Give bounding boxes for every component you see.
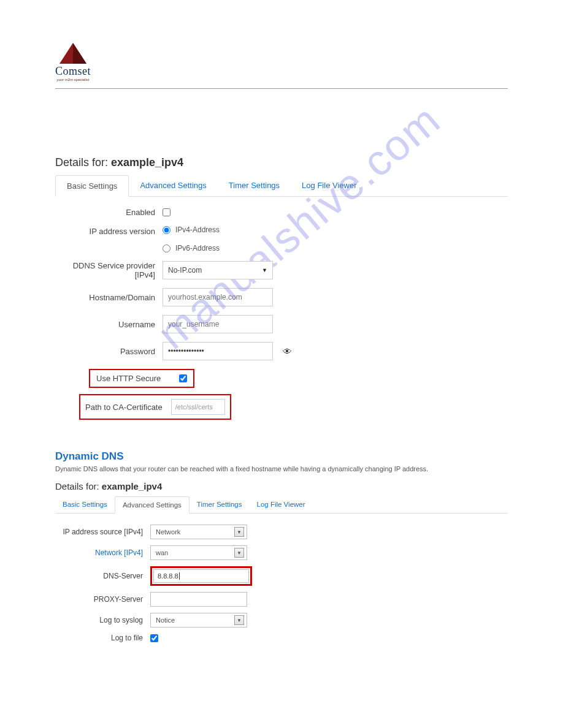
tab-timer-settings[interactable]: Timer Settings: [218, 175, 291, 196]
radio-ipv4[interactable]: IPv4-Address: [163, 226, 220, 234]
chevron-down-icon: ▼: [262, 267, 267, 273]
title-prefix: Details for:: [55, 156, 111, 169]
checkbox-http-secure[interactable]: [179, 374, 187, 382]
row-network: Network [IPv4] wan ▼: [55, 545, 508, 560]
label-network[interactable]: Network [IPv4]: [55, 548, 150, 557]
radio-ipv4-input[interactable]: [163, 226, 170, 234]
label-ip-version: IP address version: [55, 226, 163, 236]
select-ip-source-value: Network: [156, 528, 180, 536]
title-prefix-2: Details for:: [55, 481, 102, 491]
tab-advanced-settings[interactable]: Advanced Settings: [129, 175, 217, 196]
row-http-secure: Use HTTP Secure: [55, 369, 508, 388]
row-logfile: Log to file: [55, 634, 508, 642]
tab2-advanced[interactable]: Advanced Settings: [115, 496, 190, 514]
title-name-2: example_ipv4: [102, 481, 162, 491]
row-ip-version: IP address version IPv4-Address IPv6-Add…: [55, 226, 508, 252]
panel-dynamic-dns: Dynamic DNS Dynamic DNS allows that your…: [55, 450, 508, 642]
cursor-icon: [179, 572, 180, 580]
page-header: Comset your m2m specialist: [55, 43, 508, 89]
highlight-dns-server: 8.8.8.8: [150, 566, 252, 586]
panel1-tabs: Basic Settings Advanced Settings Timer S…: [55, 175, 508, 197]
logo-tagline: your m2m specialist: [55, 78, 91, 82]
select-ip-source[interactable]: Network ▼: [150, 525, 247, 539]
label-hostname: Hostname/Domain: [55, 293, 163, 302]
row-ip-source: IP address source [IPv4] Network ▼: [55, 525, 508, 539]
label-username: Username: [55, 320, 163, 329]
label-dns-server: DNS-Server: [55, 572, 150, 580]
highlight-http-secure: Use HTTP Secure: [89, 369, 194, 388]
label-provider: DDNS Service provider [IPv4]: [55, 261, 163, 279]
label-enabled: Enabled: [55, 208, 163, 217]
logo-name: Comset: [55, 65, 91, 78]
tab-log-file-viewer[interactable]: Log File Viewer: [291, 175, 367, 196]
radio-ipv6[interactable]: IPv6-Address: [163, 244, 220, 252]
row-proxy: PROXY-Server: [55, 592, 508, 607]
radio-ipv4-label: IPv4-Address: [175, 226, 220, 234]
eye-icon[interactable]: 👁: [283, 346, 292, 357]
radio-ipv6-input[interactable]: [163, 245, 170, 252]
chevron-down-icon: ▼: [234, 548, 244, 558]
input-username[interactable]: [163, 315, 273, 333]
input-password[interactable]: [163, 342, 273, 360]
chevron-down-icon: ▼: [234, 615, 244, 625]
tab2-timer[interactable]: Timer Settings: [190, 496, 250, 513]
chevron-down-icon: ▼: [234, 527, 244, 537]
dns-value: 8.8.8.8: [158, 572, 178, 580]
row-provider: DDNS Service provider [IPv4] No-IP.com ▼: [55, 261, 508, 279]
label-ip-source: IP address source [IPv4]: [55, 528, 150, 536]
tab2-log[interactable]: Log File Viewer: [250, 496, 313, 513]
select-syslog[interactable]: Notice ▼: [150, 613, 247, 628]
row-hostname: Hostname/Domain: [55, 288, 508, 306]
row-enabled: Enabled: [55, 208, 508, 217]
select-provider-value: No-IP.com: [168, 266, 202, 275]
panel1-title: Details for: example_ipv4: [55, 156, 508, 169]
input-ca-cert[interactable]: /etc/ssl/certs: [171, 399, 225, 415]
select-network-value: wan: [156, 549, 168, 556]
label-proxy: PROXY-Server: [55, 595, 150, 604]
logo: Comset your m2m specialist: [55, 43, 91, 82]
row-ca-cert: Path to CA-Certificate /etc/ssl/certs: [55, 394, 508, 420]
checkbox-logfile[interactable]: [150, 634, 158, 642]
row-password: Password 👁: [55, 342, 508, 360]
row-username: Username: [55, 315, 508, 333]
radio-ipv6-label: IPv6-Address: [175, 244, 220, 252]
row-syslog: Log to syslog Notice ▼: [55, 613, 508, 628]
logo-icon: [59, 43, 86, 64]
label-logfile: Log to file: [55, 634, 150, 642]
select-syslog-value: Notice: [156, 616, 175, 624]
label-http-secure: Use HTTP Secure: [96, 374, 161, 383]
panel2-title: Details for: example_ipv4: [55, 481, 508, 491]
highlight-ca-cert: Path to CA-Certificate /etc/ssl/certs: [79, 394, 231, 420]
label-ca-cert: Path to CA-Certificate: [85, 403, 163, 412]
panel2-tabs: Basic Settings Advanced Settings Timer S…: [55, 496, 508, 514]
label-password: Password: [55, 347, 163, 356]
select-provider[interactable]: No-IP.com ▼: [163, 261, 273, 279]
input-dns-server[interactable]: 8.8.8.8: [153, 569, 249, 583]
tab-basic-settings[interactable]: Basic Settings: [55, 175, 129, 197]
checkbox-enabled[interactable]: [163, 208, 170, 216]
desc-dynamic-dns: Dynamic DNS allows that your router can …: [55, 465, 508, 472]
heading-dynamic-dns: Dynamic DNS: [55, 450, 508, 463]
input-proxy[interactable]: [150, 592, 247, 607]
row-dns-server: DNS-Server 8.8.8.8: [55, 566, 508, 586]
select-network[interactable]: wan ▼: [150, 545, 247, 560]
tab2-basic[interactable]: Basic Settings: [55, 496, 115, 513]
panel-basic-settings: Details for: example_ipv4 Basic Settings…: [55, 156, 508, 420]
label-syslog: Log to syslog: [55, 616, 150, 624]
title-name: example_ipv4: [111, 156, 183, 169]
input-hostname[interactable]: [163, 288, 273, 306]
